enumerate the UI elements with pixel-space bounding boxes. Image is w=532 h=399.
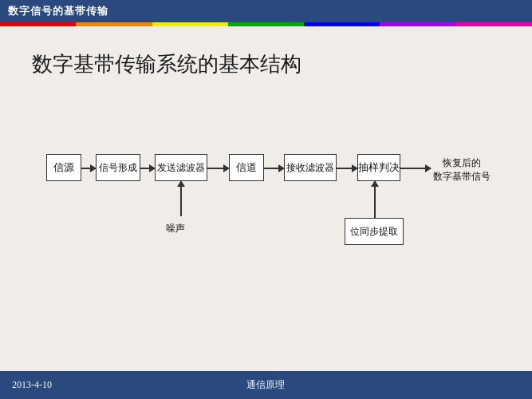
box-weitongbu: 位同步提取 bbox=[345, 218, 404, 245]
arrow-4 bbox=[264, 168, 284, 169]
box-jieshouvbo: 接收滤波器 bbox=[284, 154, 337, 181]
arrow-2 bbox=[140, 168, 155, 169]
arrow-noise bbox=[180, 181, 182, 216]
arrow-3 bbox=[207, 168, 229, 169]
arrow-5 bbox=[337, 168, 357, 169]
header-bar: 数字信号的基带传输 bbox=[0, 0, 532, 22]
header-title: 数字信号的基带传输 bbox=[8, 4, 108, 18]
restore-label: 恢复后的数字基带信号 bbox=[433, 156, 491, 184]
block-diagram: 信源 信号形成 发送滤波器 信道 接收滤波器 抽样判决 位同步提取 噪声 恢复后… bbox=[32, 110, 500, 286]
arrow-6 bbox=[400, 168, 431, 169]
arrow-1 bbox=[81, 168, 96, 169]
main-content: 数字基带传输系统的基本结构 信源 信号形成 发送滤波器 信道 接收滤波器 抽样判… bbox=[0, 26, 532, 371]
arrow-sync bbox=[374, 181, 376, 218]
box-fasonglvbo: 发送滤波器 bbox=[155, 154, 207, 181]
footer-center: 通信原理 bbox=[181, 378, 350, 392]
page-title: 数字基带传输系统的基本结构 bbox=[32, 50, 500, 78]
box-xinyuan: 信源 bbox=[46, 154, 81, 181]
noise-label: 噪声 bbox=[166, 222, 185, 235]
box-xindao: 信道 bbox=[229, 154, 264, 181]
footer-date: 2013-4-10 bbox=[12, 379, 181, 391]
box-chouyangpan: 抽样判决 bbox=[357, 154, 400, 181]
box-xinhaoxingcheng: 信号形成 bbox=[96, 154, 140, 181]
footer-bar: 2013-4-10 通信原理 bbox=[0, 371, 532, 399]
